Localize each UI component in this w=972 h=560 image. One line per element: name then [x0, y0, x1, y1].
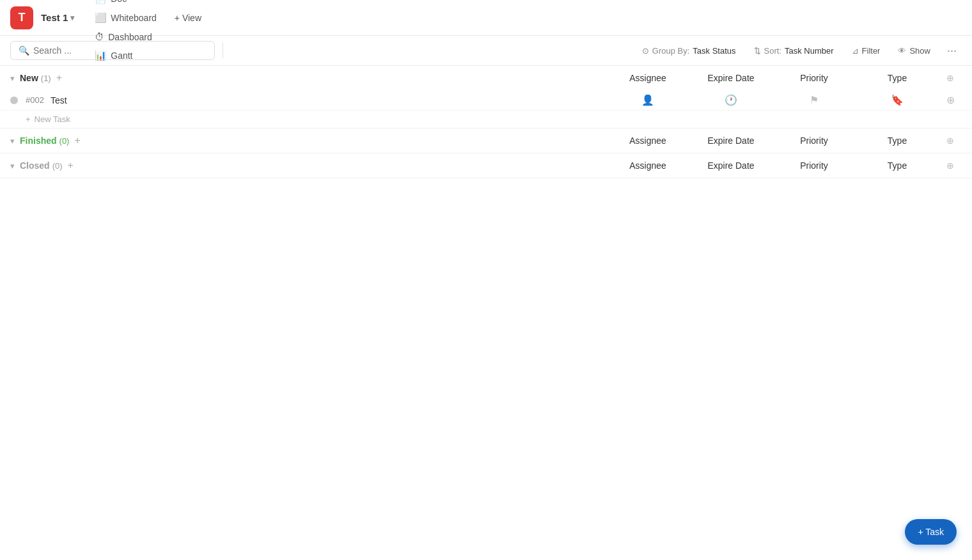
app-logo: T — [10, 6, 33, 29]
group-header-new[interactable]: ▾ New (1) + AssigneeExpire DatePriorityT… — [0, 66, 972, 90]
add-col-closed-icon[interactable]: ⊕ — [939, 160, 962, 171]
col-header-expire-date: Expire Date — [689, 73, 772, 83]
priority-icon: ⚑ — [810, 94, 819, 106]
project-name[interactable]: Test 1 ▾ — [41, 12, 74, 23]
col-header-assignee: Assignee — [606, 73, 689, 83]
add-to-group-new-icon[interactable]: + — [56, 72, 62, 84]
add-to-group-finished-icon[interactable]: + — [74, 135, 80, 146]
task-expire-col: 🕐 — [689, 94, 772, 106]
group-name-new: New — [20, 73, 38, 83]
task-add-icon: ⊕ — [946, 94, 955, 106]
sort-button[interactable]: ⇅ Sort: Task Number — [748, 43, 840, 59]
group-header-closed[interactable]: ▾ Closed (0) + AssigneeExpire DatePriori… — [0, 153, 972, 178]
whiteboard-tab-icon: ⬜ — [95, 12, 107, 24]
sort-label: Sort: — [764, 46, 781, 56]
col-header-assignee: Assignee — [606, 136, 689, 146]
task-row-002[interactable]: #002 Test 👤 🕐 ⚑ 🔖 ⊕ — [0, 90, 972, 111]
show-button[interactable]: 👁 Show — [891, 43, 937, 59]
col-header-priority: Priority — [772, 73, 856, 83]
new-task-row-new[interactable]: +New Task — [0, 111, 972, 128]
toolbar-divider — [223, 43, 223, 58]
top-nav: T Test 1 ▾ ☰List📄Doc⬜Whiteboard⏱Dashboar… — [0, 0, 972, 36]
group-count-closed: (0) — [52, 161, 63, 171]
col-header-type: Type — [856, 160, 939, 171]
group-count-finished: (0) — [59, 136, 70, 146]
group-by-label: Group By: — [652, 46, 690, 56]
group-header-finished[interactable]: ▾ Finished (0) + AssigneeExpire DatePrio… — [0, 128, 972, 153]
assignee-icon: 👤 — [641, 94, 654, 106]
sort-value: Task Number — [785, 46, 834, 56]
add-col-finished-icon[interactable]: ⊕ — [939, 136, 962, 146]
task-type-col: 🔖 — [856, 94, 939, 106]
group-name-closed: Closed — [20, 160, 50, 171]
groups-container: ▾ New (1) + AssigneeExpire DatePriorityT… — [0, 66, 972, 178]
task-add-col[interactable]: ⊕ — [939, 94, 962, 106]
type-icon: 🔖 — [891, 94, 904, 106]
nav-tab-doc[interactable]: 📄Doc — [87, 0, 164, 8]
group-count-new: (1) — [41, 74, 51, 83]
task-status-dot — [10, 97, 18, 104]
doc-tab-label: Doc — [111, 0, 127, 4]
show-icon: 👁 — [898, 46, 906, 56]
sort-icon: ⇅ — [754, 46, 761, 56]
group-name-finished: Finished — [20, 136, 57, 146]
add-to-group-closed-icon[interactable]: + — [68, 160, 74, 171]
search-input[interactable] — [33, 45, 207, 56]
add-col-new-icon[interactable]: ⊕ — [939, 73, 962, 83]
col-header-type: Type — [856, 136, 939, 146]
more-options-button[interactable]: ··· — [942, 42, 962, 60]
col-header-type: Type — [856, 73, 939, 83]
new-task-plus-icon: + — [26, 114, 31, 124]
toggle-icon-finished: ▾ — [10, 136, 15, 146]
add-view-button[interactable]: + View — [167, 9, 209, 27]
filter-button[interactable]: ⊿ Filter — [845, 43, 887, 59]
add-view-label: + View — [175, 13, 201, 23]
main-content: ▾ New (1) + AssigneeExpire DatePriorityT… — [0, 66, 972, 178]
project-dropdown-icon: ▾ — [70, 13, 74, 22]
expire-icon: 🕐 — [725, 94, 737, 106]
group-by-value: Task Status — [693, 46, 735, 56]
task-id: #002 — [26, 95, 44, 105]
filter-icon: ⊿ — [852, 46, 859, 56]
col-header-priority: Priority — [772, 160, 856, 171]
task-assignee-col: 👤 — [606, 94, 689, 106]
col-header-expire-date: Expire Date — [689, 136, 772, 146]
group-by-icon: ⊙ — [642, 46, 649, 56]
whiteboard-tab-label: Whiteboard — [111, 13, 157, 23]
project-title: Test 1 — [41, 12, 68, 23]
toggle-icon-new: ▾ — [10, 74, 15, 83]
search-icon: 🔍 — [19, 45, 29, 56]
col-header-expire-date: Expire Date — [689, 160, 772, 171]
col-header-priority: Priority — [772, 136, 856, 146]
nav-tab-whiteboard[interactable]: ⬜Whiteboard — [87, 8, 164, 27]
col-header-assignee: Assignee — [606, 160, 689, 171]
task-priority-col: ⚑ — [772, 94, 856, 106]
group-by-button[interactable]: ⊙ Group By: Task Status — [636, 43, 742, 59]
filter-label: Filter — [862, 46, 881, 56]
search-box[interactable]: 🔍 — [10, 41, 215, 60]
doc-tab-icon: 📄 — [95, 0, 107, 4]
group-separator-closed — [0, 178, 972, 178]
new-task-label: New Task — [35, 114, 70, 124]
show-label: Show — [909, 46, 930, 56]
toggle-icon-closed: ▾ — [10, 161, 15, 171]
toolbar-right: ⊙ Group By: Task Status ⇅ Sort: Task Num… — [636, 42, 962, 60]
task-name: Test — [51, 95, 67, 105]
